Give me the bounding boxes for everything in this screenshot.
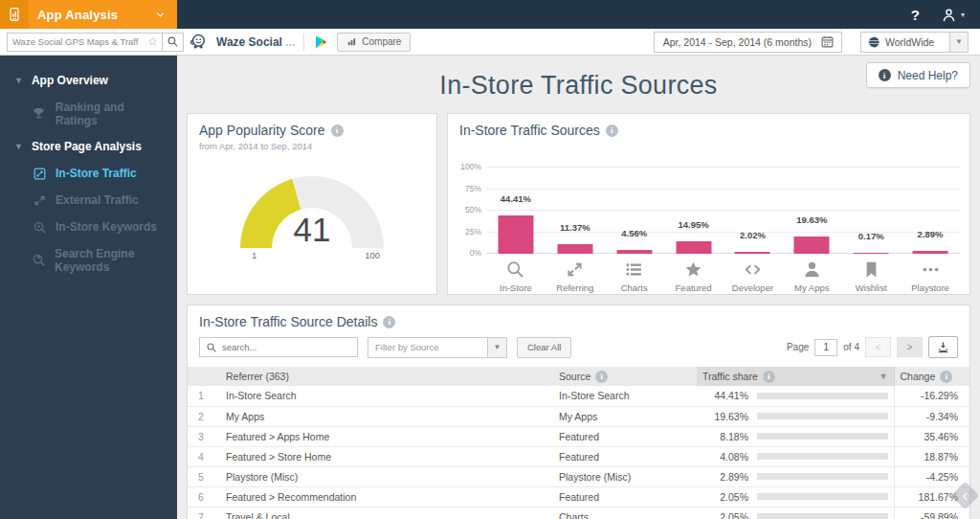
info-icon[interactable]: i [331,124,344,137]
sidebar-section-store-page-analysis[interactable]: ▼Store Page Analysis [0,133,177,160]
selected-app-name[interactable]: Waze Social ... [216,35,295,49]
sidebar-item-in-store-traffic[interactable]: In-Store Traffic [0,160,177,187]
chevron-down-icon: ▼ [949,33,968,52]
table-search-input[interactable] [222,342,351,352]
category-in-store: In-Store [486,260,546,293]
chevron-down-icon: ▾ [961,11,965,19]
bar-value-label: 14.95% [664,219,724,230]
bar-column-referring: 11.37% [546,139,605,254]
sidebar-item-label: Search Engine Keywords [55,247,167,274]
product-title: App Analysis [37,8,118,22]
top-navigation-bar: App Analysis ? ▾ [0,0,980,29]
source-column-header[interactable]: Sourcei [553,367,697,386]
sidebar-section-app-overview[interactable]: ▼App Overview [0,67,177,94]
app-popularity-score-panel: App Popularity Score i from Apr, 2014 to… [187,113,437,295]
previous-page-button[interactable]: < [865,337,891,357]
table-row[interactable]: 5Playstore (Misc)Playstore (Misc)2.89%-4… [188,466,969,486]
info-icon[interactable]: i [606,124,618,137]
traffic-source-bar[interactable] [676,241,711,254]
selected-app-bar: Waze Social ... Compare Apr, 2014 - Sep,… [177,29,980,55]
traffic-share-cell: 2.89% [697,466,894,486]
row-number-header [188,367,220,386]
category-referring: Referring [546,260,605,293]
category-label: Playstore [911,282,949,293]
gauge-max-label: 100 [365,250,380,260]
need-help-button[interactable]: i Need Help? [866,62,970,88]
user-account-icon [941,7,957,23]
traffic-share-column-header[interactable]: Traffic sharei▼ [697,367,894,386]
table-row[interactable]: 3Featured > Apps HomeFeatured8.18%35.46% [188,426,969,446]
table-row[interactable]: 6Featured > RecommendationFeatured2.05%1… [188,486,969,507]
sidebar-item-label: Ranking and Ratings [56,101,167,127]
google-play-icon[interactable] [313,34,328,50]
referrer-column-header[interactable]: Referrer (363) [220,367,553,386]
ellipsis-icon [921,260,941,280]
sidebar-item-external-traffic[interactable]: External Traffic [0,187,177,214]
info-icon: i [763,371,775,383]
row-number: 7 [188,507,220,519]
date-range-picker[interactable]: Apr, 2014 - Sep, 2014 (6 months) [654,32,842,53]
traffic-source-bar[interactable] [794,237,830,254]
page-number-input[interactable] [814,339,837,356]
compare-button[interactable]: Compare [337,33,411,52]
referrer-cell: In-Store Search [220,386,553,406]
waze-app-icon [189,33,208,52]
info-icon[interactable]: i [383,316,395,328]
traffic-source-bar[interactable] [557,244,592,254]
change-cell: -16.29% [894,386,969,406]
traffic-share-cell: 2.05% [697,486,894,507]
next-page-button[interactable]: > [897,337,923,357]
change-cell: -9.34% [894,406,969,426]
category-label: Charts [621,282,648,293]
traffic-share-bar [757,493,888,500]
change-column-header[interactable]: Changei [894,367,969,386]
source-cell: Charts [553,507,697,519]
sidebar-item-ranking-and-ratings[interactable]: Ranking and Ratings [0,94,177,133]
y-axis-tick-label: 75% [465,184,481,193]
category-my-apps: My Apps [782,260,841,293]
y-axis-tick-label: 25% [465,227,481,237]
bar-value-label: 19.63% [782,214,841,225]
traffic-source-bar[interactable] [854,253,889,255]
sidebar-section-label: App Overview [32,74,108,87]
clear-all-button[interactable]: Clear All [517,337,571,358]
popularity-score-value: 41 [240,211,384,248]
app-search-input[interactable] [8,36,144,47]
bar-column-in-store: 44.41% [486,139,546,254]
traffic-source-bar[interactable] [498,215,533,254]
favorite-star-icon[interactable] [144,35,162,48]
chevron-down-icon: ▼ [14,142,23,151]
sidebar-item-search-engine-keywords[interactable]: Search Engine Keywords [0,240,177,280]
app-analysis-menu[interactable]: App Analysis [0,0,177,29]
traffic-source-bar[interactable] [913,251,948,254]
chevron-down-icon [155,10,166,20]
traffic-share-cell: 2.05% [697,507,894,519]
category-label: Developer [732,282,773,293]
category-wishlist: Wishlist [841,260,901,293]
table-row[interactable]: 1In-Store SearchIn-Store Search44.41%-16… [188,386,969,406]
sidebar-item-in-store-keywords[interactable]: In-Store Keywords [0,214,177,240]
table-row[interactable]: 7Travel & LocalCharts2.05%-59.89% [188,507,969,519]
chevron-down-icon: ▼ [487,338,506,357]
traffic-share-value: 2.05% [702,511,748,519]
user-menu[interactable]: ▾ [941,7,965,23]
search-engine-icon [32,253,46,267]
pagination: Page of 4 < > [787,336,958,358]
traffic-source-bar[interactable] [616,250,652,254]
table-row[interactable]: 2My AppsMy Apps19.63%-9.34% [188,406,969,426]
source-cell: Playstore (Misc) [553,466,697,486]
traffic-source-bar[interactable] [735,252,770,254]
table-row[interactable]: 4Featured > Store HomeFeatured4.08%18.87… [188,446,969,466]
category-label: In-Store [500,282,532,293]
filter-by-source-select[interactable]: Filter by Source ▼ [368,337,507,358]
app-context-bar: Waze Social ... Compare Apr, 2014 - Sep,… [0,29,980,56]
traffic-sources-bar-chart: 100%75%50%25%0%44.41%11.37%4.56%14.95%2.… [457,139,962,294]
search-icon [505,260,525,280]
help-icon[interactable]: ? [911,7,920,23]
sidebar-section-label: Store Page Analysis [32,140,142,153]
export-download-button[interactable] [928,336,958,358]
source-cell: Featured [553,486,697,507]
bookmark-icon [861,260,881,280]
source-cell: In-Store Search [553,386,697,406]
region-select[interactable]: WorldWide ▼ [860,32,969,53]
